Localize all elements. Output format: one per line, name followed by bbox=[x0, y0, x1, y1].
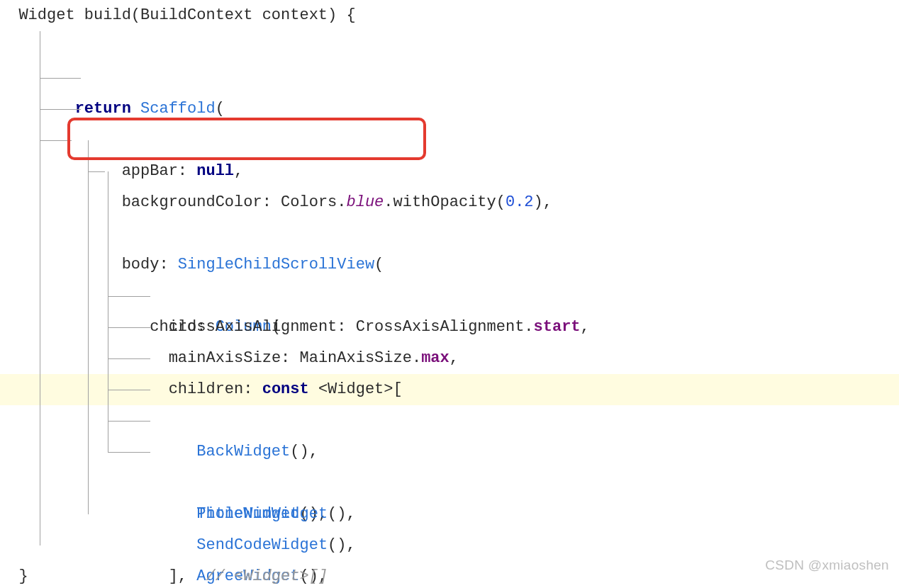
code-line: return Scaffold( bbox=[0, 31, 899, 62]
code-line: body: SingleChildScrollView( bbox=[0, 125, 899, 156]
code-line-highlighted: TitleWidget(), bbox=[0, 312, 899, 343]
code-line: Widget build(BuildContext context) { bbox=[0, 0, 899, 31]
code-line: LoginSubmitWidget(), bbox=[0, 436, 899, 468]
code-line: children: const <Widget>[ bbox=[0, 249, 899, 281]
code-line: } bbox=[0, 561, 899, 588]
code-text: Widget build(BuildContext context) { bbox=[0, 6, 356, 24]
code-line: mainAxisSize: MainAxisSize.max, bbox=[0, 218, 899, 249]
annotation-highlight-box bbox=[67, 118, 426, 160]
code-text: } bbox=[0, 567, 28, 585]
code-line: appBar: null, bbox=[0, 62, 899, 94]
code-editor[interactable]: Widget build(BuildContext context) { ret… bbox=[0, 0, 899, 588]
code-line: BackWidget(), bbox=[0, 281, 899, 312]
code-line: PhoneNumWidget(), bbox=[0, 343, 899, 374]
code-line: )); // SingleChildScrollView, Scaffold bbox=[0, 530, 899, 561]
watermark-text: CSDN @xmiaoshen bbox=[765, 550, 889, 581]
code-line: AgreeWidget(), bbox=[0, 405, 899, 436]
code-line: ), // Column bbox=[0, 499, 899, 530]
code-line: child: Column( bbox=[0, 156, 899, 187]
code-line: ], // <Widget>[] bbox=[0, 468, 899, 499]
code-line: SendCodeWidget(), bbox=[0, 374, 899, 405]
code-line: crossAxisAlignment: CrossAxisAlignment.s… bbox=[0, 187, 899, 218]
